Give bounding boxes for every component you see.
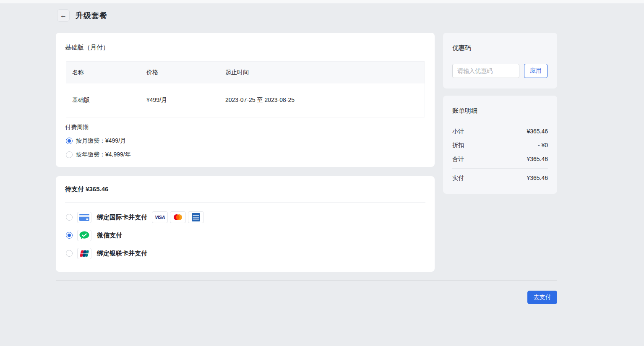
payment-method-label: 绑定国际卡并支付 xyxy=(97,213,147,221)
coupon-row: 应用 xyxy=(452,64,548,78)
radio-wechat[interactable] xyxy=(66,232,73,239)
subtotal-label: 小计 xyxy=(452,128,464,135)
back-button[interactable]: ← xyxy=(57,9,70,22)
total-label: 合计 xyxy=(452,156,464,163)
billing-cycle-label: 付费周期 xyxy=(65,124,89,131)
coupon-panel: 优惠码 应用 xyxy=(443,33,557,88)
header: ← 升级套餐 xyxy=(57,9,107,22)
unionpay-icon: UnionPay xyxy=(77,248,91,259)
bill-row-subtotal: 小计 ¥365.46 xyxy=(452,128,548,135)
cell-plan-name: 基础版 xyxy=(66,96,141,104)
plan-table: 名称 价格 起止时间 基础版 ¥499/月 2023-07-25 至 2023-… xyxy=(66,61,425,117)
subtotal-value: ¥365.46 xyxy=(527,128,548,135)
col-header-price: 价格 xyxy=(141,69,219,76)
divider xyxy=(452,168,548,169)
svg-text:UnionPay: UnionPay xyxy=(81,252,89,255)
mastercard-logo xyxy=(170,211,186,223)
cycle-option-monthly-label: 按月缴费：¥499/月 xyxy=(76,137,126,145)
card-brand-strip: VISA xyxy=(152,211,204,223)
bill-details-panel: 账单明细 小计 ¥365.46 折扣 - ¥0 合计 ¥365.46 实付 ¥3… xyxy=(443,96,557,194)
amount-due-title: 待支付 ¥365.46 xyxy=(65,185,108,193)
col-header-name: 名称 xyxy=(66,69,141,76)
amex-logo xyxy=(188,211,204,223)
top-strip xyxy=(0,0,644,3)
payment-method-label: 绑定银联卡并支付 xyxy=(97,250,147,258)
apply-coupon-button[interactable]: 应用 xyxy=(524,64,548,78)
total-value: ¥365.46 xyxy=(527,156,548,163)
visa-logo: VISA xyxy=(152,211,168,223)
wechat-pay-icon xyxy=(77,230,91,241)
radio-unionpay[interactable] xyxy=(66,250,73,257)
payment-method-unionpay[interactable]: UnionPay 绑定银联卡并支付 xyxy=(66,247,147,259)
upgrade-plan-page: { "colors": { "accent": "#2E6CE5", "page… xyxy=(0,0,644,346)
coupon-title: 优惠码 xyxy=(452,44,471,52)
go-to-pay-button[interactable]: 去支付 xyxy=(527,291,557,304)
plan-card-title: 基础版（月付） xyxy=(65,44,109,52)
discount-value: - ¥0 xyxy=(538,142,548,149)
plan-table-header: 名称 价格 起止时间 xyxy=(66,62,425,83)
plan-card: 基础版（月付） 名称 价格 起止时间 基础版 ¥499/月 2023-07-25… xyxy=(56,33,435,167)
cell-plan-period: 2023-07-25 至 2023-08-25 xyxy=(219,96,425,104)
footer-divider xyxy=(56,280,557,281)
bill-row-payable: 实付 ¥365.46 xyxy=(452,174,548,182)
credit-card-icon xyxy=(77,212,91,223)
cell-plan-price: ¥499/月 xyxy=(141,96,219,104)
payment-card: 待支付 ¥365.46 绑定国际卡并支付 VISA xyxy=(56,176,435,272)
cycle-option-yearly[interactable]: 按年缴费：¥4,999/年 xyxy=(66,151,131,159)
divider xyxy=(65,202,425,203)
bill-row-total: 合计 ¥365.46 xyxy=(452,156,548,163)
back-arrow-icon: ← xyxy=(60,12,67,19)
radio-monthly[interactable] xyxy=(66,138,73,144)
coupon-input[interactable] xyxy=(452,64,519,78)
radio-yearly[interactable] xyxy=(66,151,73,158)
payment-method-international-card[interactable]: 绑定国际卡并支付 VISA xyxy=(66,211,204,223)
bill-title: 账单明细 xyxy=(452,107,477,115)
table-row: 基础版 ¥499/月 2023-07-25 至 2023-08-25 xyxy=(66,83,425,117)
payment-method-label: 微信支付 xyxy=(97,232,122,239)
cycle-option-yearly-label: 按年缴费：¥4,999/年 xyxy=(76,151,131,159)
payment-method-wechat[interactable]: 微信支付 xyxy=(66,229,122,241)
col-header-period: 起止时间 xyxy=(219,69,425,76)
discount-label: 折扣 xyxy=(452,142,464,149)
payable-value: ¥365.46 xyxy=(527,174,548,182)
payable-label: 实付 xyxy=(452,174,464,182)
bill-row-discount: 折扣 - ¥0 xyxy=(452,142,548,149)
cycle-option-monthly[interactable]: 按月缴费：¥499/月 xyxy=(66,137,126,145)
radio-international-card[interactable] xyxy=(66,214,73,221)
page-title: 升级套餐 xyxy=(76,10,107,21)
